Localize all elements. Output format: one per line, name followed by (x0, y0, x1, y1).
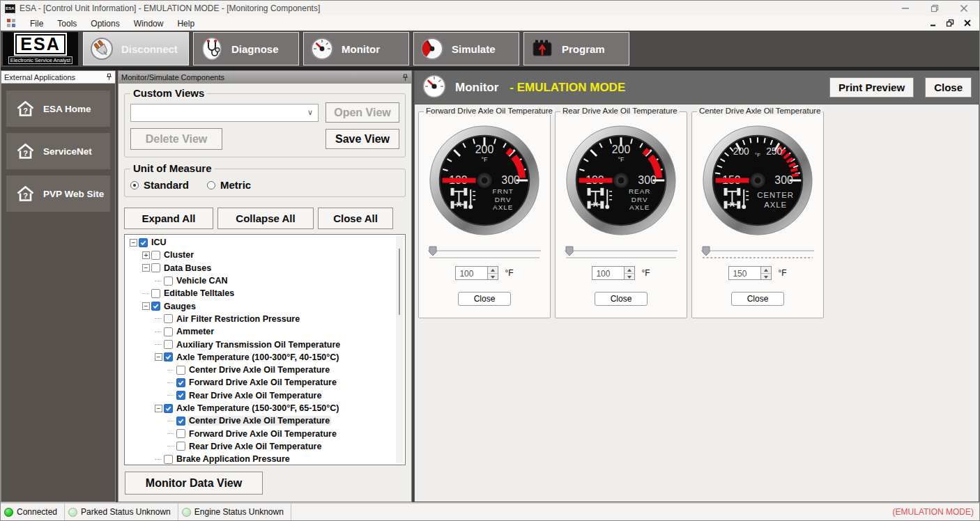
tree-checkbox[interactable] (164, 277, 173, 286)
open-view-button[interactable]: Open View (326, 102, 399, 123)
tree-node-axle-temperature-100-300-f-40-150-c[interactable]: −Axle Temperature (100-300°F, 40-150°C) (127, 351, 405, 364)
radio-standard[interactable]: Standard (130, 179, 189, 191)
collapse-icon[interactable]: − (155, 405, 162, 412)
monitor-data-view-button[interactable]: Monitor Data View (125, 472, 263, 495)
tree-node-brake-application-pressure[interactable]: Brake Application Pressure (127, 453, 405, 465)
tree-checkbox[interactable] (176, 429, 185, 438)
tree-node-gauges[interactable]: −Gauges (127, 300, 405, 312)
expand-icon[interactable]: + (142, 251, 150, 259)
gauge-value-input[interactable]: 150 (728, 266, 772, 280)
tree-checkbox[interactable] (176, 366, 185, 375)
menu-tools[interactable]: Tools (50, 17, 84, 30)
tree-node-editable-telltales[interactable]: Editable Telltales (127, 287, 405, 300)
tree-checkbox[interactable] (164, 404, 173, 413)
tree-node-forward-drive-axle-oil-temperature[interactable]: Forward Drive Axle Oil Temperature (127, 376, 405, 389)
gauge-value: 100 (592, 267, 624, 279)
svg-text:DRV: DRV (495, 196, 512, 203)
spinner-up-icon[interactable] (625, 267, 634, 274)
spinner-down-icon[interactable] (488, 274, 498, 280)
toolbar-button-monitor[interactable]: Monitor (303, 32, 409, 65)
monitor-close-button[interactable]: Close (925, 77, 972, 98)
gauge-close-button[interactable]: Close (595, 292, 648, 306)
collapse-icon[interactable]: − (142, 264, 150, 272)
custom-views-combobox[interactable]: ∨ (130, 104, 319, 122)
tree-node-center-drive-axle-oil-temperature[interactable]: Center Drive Axle Oil Temperature (127, 414, 405, 427)
tree-checkbox[interactable] (164, 340, 173, 349)
sidebar-item-esa-home[interactable]: ?ESA Home (6, 91, 110, 127)
gauge-value-input[interactable]: 100 (592, 266, 635, 280)
menu-window[interactable]: Window (127, 17, 171, 30)
sidebar-item-pvp-web-site[interactable]: ?PVP Web Site (6, 176, 110, 212)
tree-node-center-drive-axle-oil-temperature[interactable]: Center Drive Axle Oil Temperature (127, 364, 405, 376)
toolbar-button-diagnose[interactable]: Diagnose (193, 32, 299, 65)
tree-node-ammeter[interactable]: Ammeter (127, 325, 405, 338)
restore-icon[interactable] (931, 4, 939, 13)
mdi-restore-icon[interactable] (947, 20, 954, 26)
monitor-panel: Monitor - EMULATION MODE Print Preview C… (414, 70, 979, 502)
house-icon: ? (16, 100, 35, 118)
pin-icon[interactable] (402, 74, 408, 81)
collapse-icon[interactable]: − (130, 239, 137, 247)
tree-checkbox[interactable] (176, 442, 185, 451)
spinner-down-icon[interactable] (761, 274, 771, 280)
spinner-up-icon[interactable] (761, 267, 771, 274)
save-view-button[interactable]: Save View (326, 129, 399, 149)
tree-connector (155, 318, 162, 319)
gauge-unit-label: °F (778, 268, 786, 278)
close-all-button[interactable]: Close All (318, 208, 393, 229)
tree-checkbox[interactable] (151, 302, 160, 311)
spinner-up-icon[interactable] (488, 267, 498, 274)
expand-all-button[interactable]: Expand All (124, 208, 213, 229)
tree-node-axle-temperature-150-300-f-65-150-c[interactable]: −Axle Temperature (150-300°F, 65-150°C) (127, 402, 405, 414)
collapse-all-button[interactable]: Collapse All (217, 208, 314, 229)
mdi-minimize-icon[interactable] (930, 20, 937, 26)
tree-checkbox[interactable] (151, 263, 160, 272)
tree-scrollbar[interactable] (396, 236, 404, 463)
minimize-icon[interactable] (901, 4, 910, 13)
gauge-slider[interactable] (427, 246, 542, 261)
menu-file[interactable]: File (23, 17, 50, 30)
toolbar-button-program[interactable]: Program (523, 32, 629, 65)
menu-help[interactable]: Help (170, 17, 201, 30)
tree-checkbox[interactable] (151, 289, 160, 298)
tree-node-auxiliary-transmission-oil-temperature[interactable]: Auxiliary Transmission Oil Temperature (127, 338, 405, 350)
pin-icon[interactable] (106, 73, 112, 81)
mdi-close-icon[interactable] (964, 20, 971, 26)
tree-node-forward-drive-axle-oil-temperature[interactable]: Forward Drive Axle Oil Temperature (127, 427, 405, 440)
tree-connector (167, 395, 174, 396)
tree-checkbox[interactable] (164, 314, 173, 323)
close-icon[interactable] (960, 4, 968, 13)
tree-node-vehicle-can[interactable]: Vehicle CAN (127, 274, 405, 287)
tree-checkbox[interactable] (151, 251, 160, 260)
collapse-icon[interactable]: − (155, 353, 162, 361)
tree-node-icu[interactable]: −ICU (127, 236, 405, 249)
svg-text:REAR: REAR (629, 187, 650, 195)
collapse-icon[interactable]: − (142, 302, 150, 310)
tree-node-rear-drive-axle-oil-temperature[interactable]: Rear Drive Axle Oil Temperature (127, 389, 405, 402)
tree-node-air-filter-restriction-pressure[interactable]: Air Filter Restriction Pressure (127, 313, 405, 325)
delete-view-button[interactable]: Delete View (130, 128, 222, 150)
toolbar-button-simulate[interactable]: Simulate (413, 32, 519, 65)
tree-checkbox[interactable] (176, 417, 185, 426)
gauge-slider[interactable] (563, 246, 679, 261)
tree-checkbox[interactable] (164, 352, 173, 361)
gauge-value-input[interactable]: 100 (455, 266, 498, 280)
gauge-close-button[interactable]: Close (458, 292, 512, 306)
tree-checkbox[interactable] (164, 455, 173, 464)
spinner-down-icon[interactable] (625, 274, 634, 280)
tree-node-label: Axle Temperature (150-300°F, 65-150°C) (175, 403, 340, 413)
tree-checkbox[interactable] (176, 391, 185, 400)
tree-node-data-buses[interactable]: −Data Buses (127, 262, 405, 274)
sidebar-item-servicenet[interactable]: ?ServiceNet (6, 133, 110, 169)
print-preview-button[interactable]: Print Preview (829, 77, 914, 98)
tree-checkbox[interactable] (139, 238, 148, 247)
gauge-close-button[interactable]: Close (731, 292, 785, 306)
radio-metric[interactable]: Metric (207, 179, 251, 191)
tree-node-cluster[interactable]: +Cluster (127, 249, 405, 261)
toolbar-button-disconnect[interactable]: Disconnect (83, 32, 189, 65)
tree-checkbox[interactable] (176, 378, 185, 387)
gauge-slider[interactable] (700, 246, 816, 261)
tree-checkbox[interactable] (164, 327, 173, 336)
tree-node-rear-drive-axle-oil-temperature[interactable]: Rear Drive Axle Oil Temperature (127, 440, 405, 453)
menu-options[interactable]: Options (84, 17, 126, 30)
